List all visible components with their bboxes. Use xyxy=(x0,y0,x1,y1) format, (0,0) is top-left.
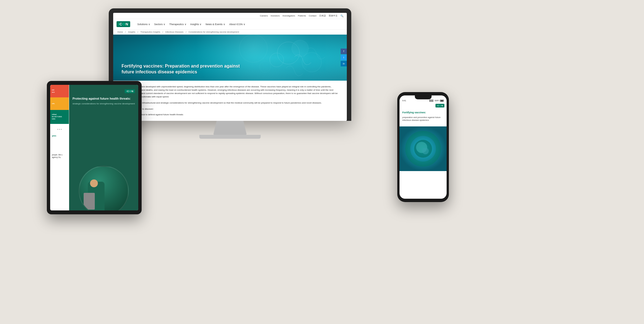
svg-point-4 xyxy=(302,52,321,72)
article-paragraph-1: Vaccines for COVID-19 were developed wit… xyxy=(117,85,338,99)
site-nav: ICON Solutions ∨ Sectors ∨ Therapeutics … xyxy=(113,19,347,30)
nav-solutions[interactable]: Solutions ∨ xyxy=(137,23,151,26)
topbar-link-investigators[interactable]: Investigators xyxy=(282,15,295,17)
monitor-screen: Careers Investors Investigators Patients… xyxy=(113,13,347,121)
article-paragraph-2: This whitepaper presents infrastructural… xyxy=(117,101,338,105)
hero-banner: Fortifying vaccines: Preparation and pre… xyxy=(113,35,347,81)
tablet-frame: eatace ork. rtified02-OCT-2021USA • • • … xyxy=(47,81,142,214)
tablet-brochure-title: Protecting against future health threats… xyxy=(72,97,135,100)
svg-point-3 xyxy=(260,61,271,73)
monitor: Careers Investors Investigators Patients… xyxy=(109,8,351,139)
microscope xyxy=(84,193,95,210)
monitor-border: Careers Investors Investigators Patients… xyxy=(109,8,351,121)
topbar-link-contact[interactable]: Contact xyxy=(309,15,316,17)
tablet-brochure: ICON Protecting against future health th… xyxy=(69,85,138,210)
monitor-stand xyxy=(213,121,247,135)
facebook-share-button[interactable]: f xyxy=(341,49,347,54)
linkedin-share-button[interactable]: in xyxy=(341,61,347,66)
tablet-right-panel: ICON Protecting against future health th… xyxy=(69,85,138,210)
topbar-link-investors[interactable]: Investors xyxy=(271,15,280,17)
tablet-card-orange: ork. xyxy=(50,97,69,110)
tablet-card-red-text: eatace xyxy=(52,89,67,93)
monitor-base xyxy=(199,135,261,139)
phone-notch xyxy=(415,95,432,99)
nav-items: Solutions ∨ Sectors ∨ Therapeutics ∨ Ins… xyxy=(137,23,245,26)
hero-title: Fortifying vaccines: Preparation and pre… xyxy=(122,63,250,75)
phone-frame: 9:41 ▌▌▌ WiFi ICON Fortifying vaccines: … xyxy=(397,92,449,202)
phone-time: 9:41 xyxy=(402,100,406,102)
phone-article-subtitle: preparation and prevention against futur… xyxy=(402,116,444,122)
phone-article-title: Fortifying vaccines: xyxy=(402,111,444,114)
social-sidebar: f t in xyxy=(341,49,347,66)
svg-point-5 xyxy=(239,35,267,63)
nav-therapeutics[interactable]: Therapeutics ∨ xyxy=(169,23,187,26)
breadcrumb-insights[interactable]: Insights xyxy=(128,31,135,33)
nav-sectors[interactable]: Sectors ∨ xyxy=(154,23,165,26)
phone-signal-icon: ▌▌▌ xyxy=(430,100,434,102)
article-content: Vaccines for COVID-19 were developed wit… xyxy=(113,81,347,121)
phone-nav: ICON xyxy=(400,103,447,108)
phone-logo[interactable]: ICON xyxy=(435,104,444,107)
topbar-link-patients[interactable]: Patients xyxy=(298,15,306,17)
breadcrumb-current: Considerations for strengthening vaccine… xyxy=(188,31,239,33)
tablet-three-dots: • • • xyxy=(52,126,67,133)
logo-box: ICON xyxy=(117,21,130,27)
tablet-left-body-text: people. We s agency Os, xyxy=(52,153,67,159)
tablet-brochure-logo: ICON xyxy=(125,89,135,93)
tablet-left-bottom: • • • yees people. We s agency Os, xyxy=(50,124,69,210)
phone-battery-icon xyxy=(440,100,444,102)
tablet-screen: eatace ork. rtified02-OCT-2021USA • • • … xyxy=(50,85,138,210)
tablet-brochure-subtitle: strategic considerations for strengtheni… xyxy=(72,102,135,105)
nav-insights[interactable]: Insights ∨ xyxy=(190,23,202,26)
tablet-card-green-text: rtified02-OCT-2021USA xyxy=(52,114,67,120)
tablet: eatace ork. rtified02-OCT-2021USA • • • … xyxy=(47,81,142,214)
scientist-circle xyxy=(79,166,129,210)
phone-hero-svg xyxy=(400,126,447,171)
breadcrumb-therapeutics[interactable]: Therapeutics Insights xyxy=(140,31,160,33)
site-topbar: Careers Investors Investigators Patients… xyxy=(113,13,347,19)
tablet-left-link[interactable]: yees xyxy=(52,135,67,137)
twitter-share-button[interactable]: t xyxy=(341,55,347,60)
topbar-link-careers[interactable]: Careers xyxy=(260,15,268,17)
breadcrumb-home[interactable]: Home xyxy=(117,31,123,33)
phone-content: Fortifying vaccines: preparation and pre… xyxy=(400,108,447,125)
article-list-item-1: — Why vaccines are critical to defend ag… xyxy=(117,113,338,116)
phone: 9:41 ▌▌▌ WiFi ICON Fortifying vaccines: … xyxy=(397,92,449,202)
phone-wifi-icon: WiFi xyxy=(435,99,439,102)
breadcrumb: Home / Insights / Therapeutics Insights … xyxy=(113,30,347,35)
tablet-card-red: eatace xyxy=(50,85,69,97)
breadcrumb-infectious[interactable]: Infectious Diseases xyxy=(165,31,183,33)
article-download-text: Download the whitepaper to discover: xyxy=(117,107,338,111)
nav-about[interactable]: About ICON ∨ xyxy=(229,23,245,26)
hero-content: Fortifying vaccines: Preparation and pre… xyxy=(122,63,250,75)
icon-logo[interactable]: ICON xyxy=(117,21,130,27)
tablet-brochure-image xyxy=(69,155,138,210)
topbar-link-japanese[interactable]: 日本語 xyxy=(319,14,326,17)
phone-battery-fill xyxy=(440,100,443,102)
tablet-left-panel: eatace ork. rtified02-OCT-2021USA • • • … xyxy=(50,85,69,210)
phone-status-icons: ▌▌▌ WiFi xyxy=(430,99,444,102)
nav-news-events[interactable]: News & Events ∨ xyxy=(205,23,225,26)
topbar-link-chinese[interactable]: 简体中文 xyxy=(329,14,338,17)
tablet-card-green: rtified02-OCT-2021USA xyxy=(50,110,69,124)
svg-point-1 xyxy=(270,53,284,67)
phone-hero-image xyxy=(400,126,447,171)
tablet-card-orange-text: ork. xyxy=(52,103,67,105)
scientist-head xyxy=(90,179,98,187)
phone-screen: 9:41 ▌▌▌ WiFi ICON Fortifying vaccines: … xyxy=(400,95,447,199)
svg-point-10 xyxy=(422,148,429,154)
search-icon[interactable]: 🔍 xyxy=(340,15,343,17)
